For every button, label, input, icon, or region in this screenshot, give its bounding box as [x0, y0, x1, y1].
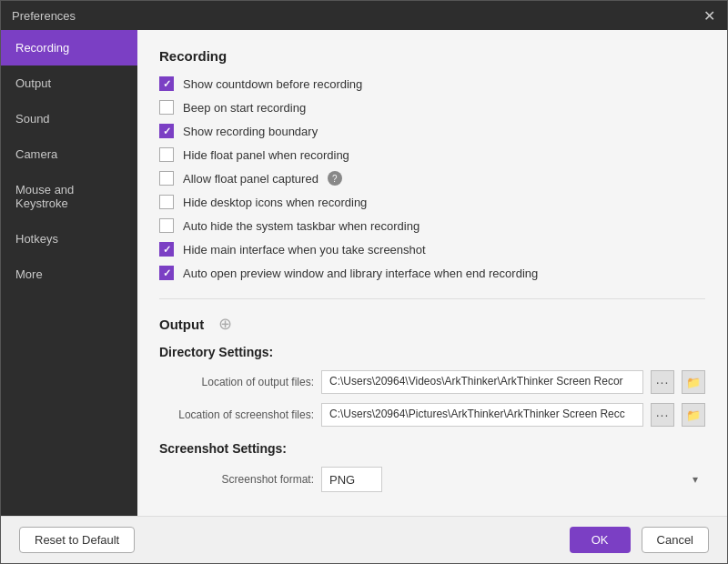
directory-settings-title: Directory Settings: [159, 345, 705, 359]
output-files-path[interactable]: C:\Users\20964\Videos\ArkThinker\ArkThin… [321, 370, 643, 394]
window-title: Preferences [12, 9, 76, 23]
sidebar-item-mouse-keystroke[interactable]: Mouse and Keystroke [1, 172, 137, 221]
checkbox-show-boundary[interactable] [159, 124, 174, 138]
close-button[interactable]: ✕ [702, 8, 716, 23]
sidebar: Recording Output Sound Camera Mouse and … [1, 30, 137, 516]
checkbox-label-hide-desktop-icons: Hide desktop icons when recording [183, 196, 367, 209]
checkbox-row-auto-open-preview: Auto open preview window and library int… [159, 266, 705, 280]
recording-checkbox-list: Show countdown before recording Beep on … [159, 76, 705, 280]
checkbox-hide-main-interface[interactable] [159, 242, 174, 257]
checkbox-label-beep-on-start: Beep on start recording [183, 101, 306, 115]
main-panel: Recording Show countdown before recordin… [137, 30, 727, 516]
checkbox-auto-hide-taskbar[interactable] [159, 218, 174, 233]
screenshot-files-row: Location of screenshot files: C:\Users\2… [159, 403, 705, 427]
checkbox-label-show-boundary: Show recording boundary [183, 125, 318, 138]
checkbox-row-beep-on-start: Beep on start recording [159, 100, 705, 115]
checkbox-row-hide-desktop-icons: Hide desktop icons when recording [159, 195, 705, 209]
screenshot-format-row: Screenshot format: PNG JPG BMP GIF ▾ [159, 467, 705, 492]
checkbox-label-allow-float-captured: Allow float panel captured [183, 172, 318, 186]
sidebar-item-output[interactable]: Output [1, 65, 137, 101]
checkbox-row-allow-float-captured: Allow float panel captured ? [159, 171, 705, 186]
screenshot-settings-section: Screenshot Settings: Screenshot format: … [159, 441, 705, 492]
ok-button[interactable]: OK [570, 527, 631, 553]
footer: Reset to Default OK Cancel [1, 516, 727, 563]
sidebar-item-hotkeys[interactable]: Hotkeys [1, 221, 137, 257]
main-content-area: Recording Output Sound Camera Mouse and … [1, 30, 727, 516]
output-files-row: Location of output files: C:\Users\20964… [159, 370, 705, 394]
checkbox-auto-open-preview[interactable] [159, 266, 174, 280]
folder-icon: 📁 [686, 376, 701, 389]
preferences-window: Preferences ✕ Recording Output Sound Cam… [0, 0, 728, 564]
chevron-down-icon: ▾ [693, 473, 698, 486]
cancel-button[interactable]: Cancel [642, 527, 709, 553]
checkbox-label-show-countdown: Show countdown before recording [183, 77, 362, 91]
screenshot-format-label: Screenshot format: [159, 473, 314, 486]
sidebar-item-recording[interactable]: Recording [1, 30, 137, 65]
section-divider [159, 298, 705, 299]
checkbox-hide-float-panel[interactable] [159, 147, 174, 162]
move-icon: ⊕ [218, 314, 232, 334]
checkbox-hide-desktop-icons[interactable] [159, 195, 174, 209]
checkbox-row-auto-hide-taskbar: Auto hide the system taskbar when record… [159, 218, 705, 233]
screenshot-format-select[interactable]: PNG JPG BMP GIF [321, 467, 382, 492]
dots-icon: ··· [656, 375, 670, 389]
output-files-folder-button[interactable]: 📁 [682, 370, 705, 394]
checkbox-label-hide-float-panel: Hide float panel when recording [183, 148, 349, 162]
checkbox-row-hide-float-panel: Hide float panel when recording [159, 147, 705, 162]
checkbox-label-hide-main-interface: Hide main interface when you take screen… [183, 243, 426, 257]
output-files-dots-button[interactable]: ··· [651, 370, 674, 394]
checkbox-row-hide-main-interface: Hide main interface when you take screen… [159, 242, 705, 257]
sidebar-item-camera[interactable]: Camera [1, 136, 137, 172]
folder-icon-2: 📁 [686, 408, 701, 422]
footer-right-buttons: OK Cancel [570, 527, 709, 553]
output-section: Output ⊕ Directory Settings: Location of… [159, 314, 705, 492]
sidebar-item-more[interactable]: More [1, 257, 137, 292]
screenshot-files-folder-button[interactable]: 📁 [682, 403, 705, 427]
checkbox-show-countdown[interactable] [159, 76, 174, 91]
checkbox-row-show-countdown: Show countdown before recording [159, 76, 705, 91]
output-section-title: Output [159, 317, 204, 332]
screenshot-files-path[interactable]: C:\Users\20964\Pictures\ArkThinker\ArkTh… [321, 403, 643, 427]
checkbox-label-auto-open-preview: Auto open preview window and library int… [183, 267, 538, 280]
screenshot-files-dots-button[interactable]: ··· [651, 403, 674, 427]
help-icon-float-captured[interactable]: ? [328, 171, 342, 186]
screenshot-files-label: Location of screenshot files: [159, 408, 314, 421]
checkbox-row-show-boundary: Show recording boundary [159, 124, 705, 138]
output-files-label: Location of output files: [159, 376, 314, 388]
checkbox-beep-on-start[interactable] [159, 100, 174, 115]
screenshot-settings-title: Screenshot Settings: [159, 441, 705, 456]
dots-icon-2: ··· [656, 408, 670, 422]
recording-section-title: Recording [159, 48, 705, 64]
titlebar: Preferences ✕ [1, 1, 727, 30]
screenshot-format-wrapper: PNG JPG BMP GIF ▾ [321, 467, 705, 492]
settings-content: Recording Show countdown before recordin… [137, 30, 727, 516]
reset-to-default-button[interactable]: Reset to Default [19, 527, 135, 553]
checkbox-label-auto-hide-taskbar: Auto hide the system taskbar when record… [183, 219, 420, 233]
checkbox-allow-float-captured[interactable] [159, 171, 174, 186]
close-icon: ✕ [703, 7, 715, 25]
sidebar-item-sound[interactable]: Sound [1, 101, 137, 136]
output-header: Output ⊕ [159, 314, 705, 334]
